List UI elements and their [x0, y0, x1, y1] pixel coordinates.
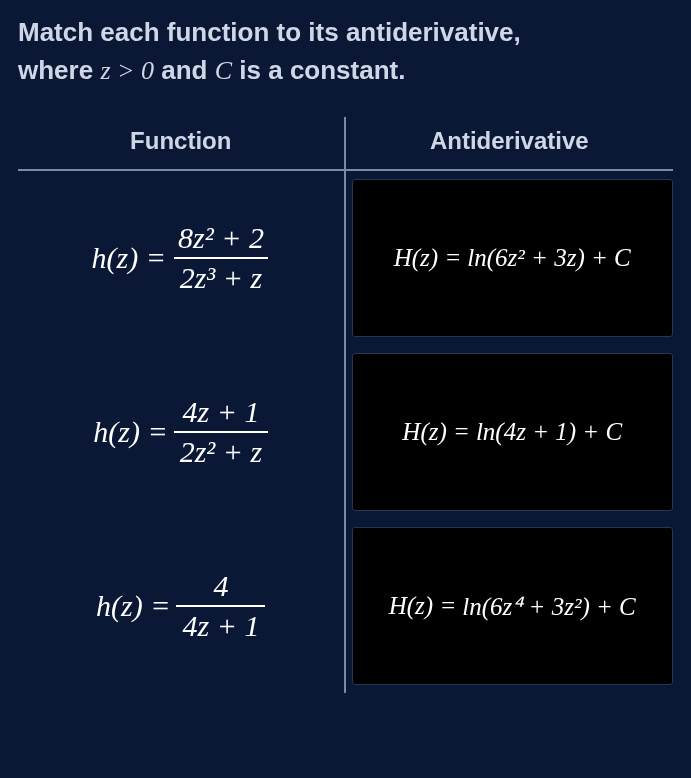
anti-lhs: H(z) = — [394, 244, 462, 272]
cond-rel: > 0 — [111, 56, 155, 85]
numerator: 4z + 1 — [176, 395, 265, 432]
anti-body: ln(6z² + 3z) + C — [467, 244, 630, 272]
function-expression: h(z) = 4 4z + 1 — [96, 569, 265, 644]
func-lhs: h(z) = — [92, 241, 166, 275]
table-row: h(z) = 8z² + 2 2z³ + z H(z) = ln(6z² + 3… — [18, 171, 673, 345]
prompt-text: Match each function to its antiderivativ… — [18, 14, 673, 89]
denominator: 4z + 1 — [176, 605, 265, 644]
function-cell[interactable]: h(z) = 4z + 1 2z² + z — [18, 345, 346, 519]
antiderivative-expression: H(z) = ln(4z + 1) + C — [402, 418, 622, 446]
exercise-frame: Match each function to its antiderivativ… — [0, 0, 691, 693]
function-expression: h(z) = 4z + 1 2z² + z — [93, 395, 268, 470]
prompt-line-2-pre: where — [18, 55, 100, 85]
anti-body: ln(6z⁴ + 3z²) + C — [462, 592, 635, 621]
table-row: h(z) = 4 4z + 1 H(z) = ln(6z⁴ + 3z²) + C — [18, 519, 673, 693]
fraction: 8z² + 2 2z³ + z — [172, 221, 270, 296]
header-function: Function — [18, 117, 346, 171]
prompt-line-2-mid: and — [154, 55, 215, 85]
numerator: 8z² + 2 — [172, 221, 270, 258]
table-header-row: Function Antiderivative — [18, 117, 673, 171]
antiderivative-cell: H(z) = ln(4z + 1) + C — [346, 345, 674, 519]
denominator: 2z² + z — [174, 431, 269, 470]
anti-lhs: H(z) = — [402, 418, 470, 446]
antiderivative-cell: H(z) = ln(6z² + 3z) + C — [346, 171, 674, 345]
function-expression: h(z) = 8z² + 2 2z³ + z — [92, 221, 270, 296]
matching-table: Function Antiderivative h(z) = 8z² + 2 2… — [18, 117, 673, 693]
prompt-line-1: Match each function to its antiderivativ… — [18, 17, 521, 47]
const-var: C — [215, 56, 232, 85]
anti-lhs: H(z) = — [389, 592, 457, 620]
fraction: 4z + 1 2z² + z — [174, 395, 269, 470]
header-antiderivative: Antiderivative — [346, 117, 674, 171]
antiderivative-cell: H(z) = ln(6z⁴ + 3z²) + C — [346, 519, 674, 693]
function-cell[interactable]: h(z) = 8z² + 2 2z³ + z — [18, 171, 346, 345]
denominator: 2z³ + z — [174, 257, 269, 296]
cond-var: z — [100, 56, 110, 85]
antiderivative-card[interactable]: H(z) = ln(6z² + 3z) + C — [352, 179, 674, 337]
table-row: h(z) = 4z + 1 2z² + z H(z) = ln(4z + 1) … — [18, 345, 673, 519]
antiderivative-expression: H(z) = ln(6z² + 3z) + C — [394, 244, 631, 272]
anti-body: ln(4z + 1) + C — [476, 418, 622, 446]
numerator: 4 — [207, 569, 234, 606]
prompt-line-2-post: is a constant. — [232, 55, 405, 85]
func-lhs: h(z) = — [96, 589, 170, 623]
antiderivative-card[interactable]: H(z) = ln(4z + 1) + C — [352, 353, 674, 511]
func-lhs: h(z) = — [93, 415, 167, 449]
fraction: 4 4z + 1 — [176, 569, 265, 644]
antiderivative-card[interactable]: H(z) = ln(6z⁴ + 3z²) + C — [352, 527, 674, 685]
function-cell[interactable]: h(z) = 4 4z + 1 — [18, 519, 346, 693]
antiderivative-expression: H(z) = ln(6z⁴ + 3z²) + C — [389, 592, 636, 621]
